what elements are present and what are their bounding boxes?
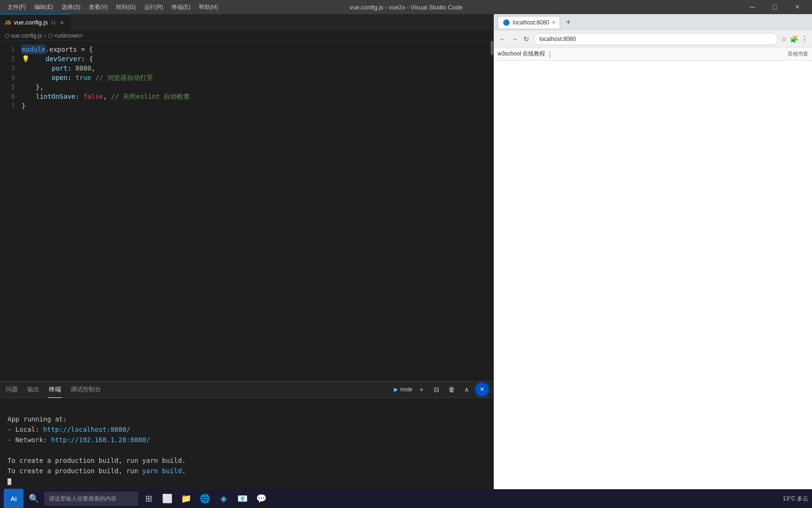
- taskbar-vscode-icon[interactable]: ◈: [215, 490, 232, 507]
- lightbulb-icon: 💡: [22, 54, 30, 64]
- ai-button[interactable]: Ai: [4, 489, 23, 508]
- taskbar-app2[interactable]: 💬: [253, 490, 270, 507]
- menu-terminal[interactable]: 终端(E): [168, 2, 194, 12]
- breadcrumb-file: vue.config.js: [11, 32, 42, 39]
- line-numbers: 1 2 3 4 5 6 7: [0, 41, 20, 381]
- menu-help[interactable]: 帮助(H): [195, 2, 222, 12]
- menu-select[interactable]: 选择(S): [58, 2, 84, 12]
- browser-tab-label: localhost:8080: [513, 19, 549, 26]
- browser-tab-close[interactable]: ×: [552, 19, 555, 26]
- browser-bookmark-star[interactable]: ☆: [781, 35, 787, 43]
- editor-and-terminal: JS vue.config.js U × ⬡ vue.config.js › ⬡…: [0, 14, 493, 508]
- new-browser-tab-button[interactable]: +: [562, 16, 574, 29]
- code-line-6: lintOnSave: false, // 关闭eslint 自动检查: [20, 92, 489, 101]
- close-terminal-button[interactable]: ×: [476, 383, 489, 396]
- browser-refresh-button[interactable]: ↻: [522, 35, 531, 43]
- terminal-node-indicator: ▶ node: [394, 386, 413, 393]
- editor-area: 1 2 3 4 5 6 7 module.exports = { 💡devSer…: [0, 41, 493, 381]
- terminal-tab-bar: 问题 输出 终端 调试控制台 ▶ node + ⊟ 🗑 ∧ ×: [0, 381, 493, 398]
- code-editor[interactable]: module.exports = { 💡devServer: { port: 8…: [20, 41, 489, 381]
- browser-address-text: localhost:8080: [539, 36, 576, 42]
- breadcrumb: ⬡ vue.config.js › ⬡ <unknown>: [0, 31, 493, 41]
- menu-file[interactable]: 文件(F): [4, 2, 30, 12]
- browser-tab-bar: 🔵 localhost:8080 × +: [494, 14, 812, 31]
- browser-forward-button[interactable]: →: [510, 35, 519, 43]
- line-num-4: 4: [0, 73, 15, 82]
- breadcrumb-unknown: <unknown>: [54, 32, 83, 39]
- menu-goto[interactable]: 转到(G): [112, 2, 139, 12]
- terminal-cursor: [8, 478, 11, 485]
- other-bookmarks[interactable]: 其他书签: [788, 50, 808, 57]
- browser-back-button[interactable]: ←: [498, 35, 507, 43]
- maximize-button[interactable]: □: [764, 0, 786, 14]
- menu-view[interactable]: 查看(V): [85, 2, 111, 12]
- bookmark-item[interactable]: w3school 在线教程: [498, 50, 545, 58]
- new-terminal-button[interactable]: +: [415, 383, 428, 396]
- taskbar-app1[interactable]: 📧: [234, 490, 251, 507]
- taskbar-windows-icon[interactable]: ⬜: [159, 490, 176, 507]
- local-url: http://localhost:8080/: [43, 426, 130, 433]
- terminal-cursor-line: [8, 476, 486, 486]
- tab-close-button[interactable]: ×: [58, 18, 66, 27]
- browser-menu-button[interactable]: ⋮: [801, 34, 808, 43]
- app-root: 文件(F) 编辑(E) 选择(S) 查看(V) 转到(G) 运行(R) 终端(E…: [0, 0, 812, 508]
- tab-filename: vue.config.js: [14, 19, 47, 26]
- delete-terminal-button[interactable]: 🗑: [445, 383, 458, 396]
- browser-address-input[interactable]: localhost:8080: [533, 33, 778, 45]
- editor-scrollbar[interactable]: [489, 41, 493, 381]
- browser-content-area: [494, 61, 812, 496]
- code-line-5: },: [20, 82, 489, 92]
- menu-run[interactable]: 运行(R): [141, 2, 167, 12]
- taskbar-task-view[interactable]: ⊞: [140, 490, 157, 507]
- tab-output[interactable]: 输出: [26, 381, 40, 398]
- terminal-line-build: To create a production build, run yarn b…: [8, 466, 486, 476]
- bookmark-separator: |: [549, 50, 551, 58]
- code-line-3: port: 8080,: [20, 64, 489, 73]
- line-num-6: 6: [0, 92, 15, 101]
- line-num-5: 5: [0, 82, 15, 92]
- terminal-line-local: - Local: - Local: http://localhost:8080/…: [8, 424, 486, 435]
- vscode-area: JS vue.config.js U × ⬡ vue.config.js › ⬡…: [0, 14, 812, 508]
- taskbar-right: 13°C 多云: [783, 495, 808, 503]
- taskbar-search-icon[interactable]: 🔍: [25, 490, 42, 507]
- menu-edit[interactable]: 编辑(E): [31, 2, 57, 12]
- title-bar: 文件(F) 编辑(E) 选择(S) 查看(V) 转到(G) 运行(R) 终端(E…: [0, 0, 812, 14]
- line-num-7: 7: [0, 101, 15, 111]
- tab-bar: JS vue.config.js U ×: [0, 14, 493, 31]
- tab-debug-console[interactable]: 调试控制台: [70, 381, 102, 398]
- network-url: http://192.168.1.28:8080/: [51, 436, 150, 444]
- taskbar-file-explorer[interactable]: 📁: [178, 490, 195, 507]
- browser-panel: 🔵 localhost:8080 × + ← → ↻ localhost:808…: [493, 14, 812, 496]
- terminal-line-app-running: App running at:: [8, 414, 486, 424]
- code-line-1: module.exports = {: [20, 45, 489, 54]
- code-line-4: open: true // 浏览器自动打开: [20, 73, 489, 82]
- tab-problems[interactable]: 问题: [5, 381, 19, 398]
- window-title: vue.config.js - vue2x - Visual Studio Co…: [350, 4, 462, 11]
- system-weather: 13°C 多云: [783, 495, 808, 503]
- taskbar-browser-icon[interactable]: 🌐: [196, 490, 213, 507]
- browser-tab-favicon: 🔵: [503, 19, 510, 26]
- taskbar-search-bar[interactable]: 请这里输入你要搜索的内容: [44, 492, 138, 506]
- code-line-7: }: [20, 101, 489, 111]
- tab-terminal[interactable]: 终端: [48, 381, 62, 398]
- split-terminal-button[interactable]: ⊟: [430, 383, 443, 396]
- code-line-2: 💡devServer: {: [20, 54, 489, 64]
- browser-bookmark-bar: w3school 在线教程 | 其他书签: [494, 48, 812, 61]
- terminal-line-blank1: [8, 404, 486, 414]
- close-button[interactable]: ×: [787, 0, 808, 14]
- line-num-1: 1: [0, 45, 15, 54]
- tab-modified: U: [52, 20, 55, 25]
- collapse-panel-button[interactable]: ∧: [461, 383, 473, 396]
- window-controls: ─ □ ×: [742, 0, 808, 14]
- selected-module: module: [22, 45, 46, 54]
- terminal-line-note: To create a production build, run yarn b…: [8, 455, 486, 466]
- terminal-line-blank2: [8, 445, 486, 455]
- minimize-button[interactable]: ─: [742, 0, 763, 14]
- terminal-actions: ▶ node + ⊟ 🗑 ∧ ×: [394, 383, 489, 396]
- active-tab[interactable]: JS vue.config.js U ×: [0, 14, 71, 31]
- breadcrumb-vue-icon: ⬡: [5, 32, 9, 39]
- browser-extensions-button[interactable]: 🧩: [790, 35, 798, 43]
- line-num-3: 3: [0, 64, 15, 73]
- browser-active-tab[interactable]: 🔵 localhost:8080 ×: [498, 16, 560, 29]
- tab-file-icon: JS: [5, 20, 11, 25]
